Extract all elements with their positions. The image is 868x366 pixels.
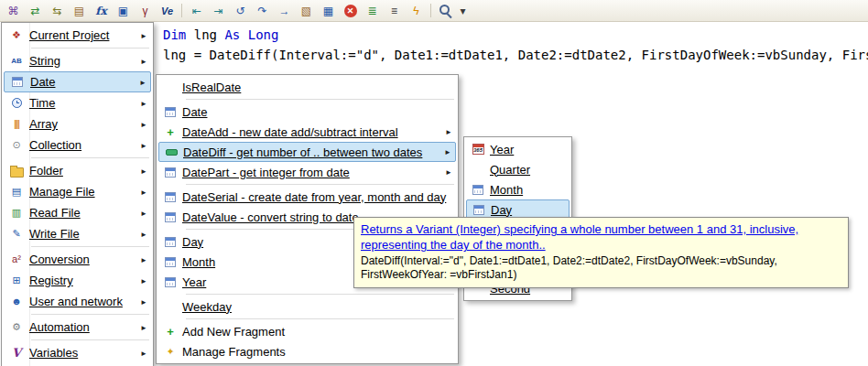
calendar-icon [158,207,182,227]
menu-item-isrealdate[interactable]: IsRealDate [158,77,456,97]
calendar-icon [467,200,491,219]
dropdown-arrow-icon[interactable]: ▾ [457,1,469,20]
menu-item-date[interactable]: Date ► [4,71,151,92]
menu-item-label: User and network [29,295,123,308]
menu-item-label: Date [182,105,207,119]
menu-item-current-project[interactable]: ❖ Current Project ► [4,25,151,46]
menu-item-user-and-network[interactable]: ☻ User and network ► [4,291,151,312]
menu-lines-icon[interactable]: ≡ [384,1,405,20]
menu-item-manage-fragments[interactable]: ✦ Manage Fragments [158,341,456,361]
menu-item-array[interactable]: ||| Array ► [4,113,151,135]
lightning-icon[interactable]: ϟ [406,1,427,20]
menu-item-write-file[interactable]: ✎ Write File ► [4,223,151,244]
tag-start-icon[interactable]: ⇤ [186,1,207,20]
menu-item-label: IsRealDate [182,81,241,94]
menu-separator [31,157,149,158]
menu-item-weekday[interactable]: Weekday [158,296,456,317]
stop-icon[interactable]: ✕ [340,1,361,20]
menu-item-string[interactable]: AB String ► [4,50,151,71]
submenu-arrow-icon: ► [445,128,452,136]
clipboard-icon[interactable]: ▤ [69,1,90,20]
menu-item-label: Manage File [29,185,95,199]
menu-item-label: Folder [29,164,63,178]
menu-separator [186,318,454,319]
menu-item-time[interactable]: Time ► [4,92,151,113]
redo-icon[interactable]: ↷ [252,1,273,20]
menu-item-label: Day [491,203,512,217]
menu-item-interval-year[interactable]: 365 Year [466,139,570,159]
tag-end-icon[interactable]: ⇥ [208,1,229,20]
menu-item-date-insert[interactable]: Date [158,102,456,122]
menu-item-label: Year [182,275,206,289]
context-menu-root: ❖ Current Project ► AB String ► Date ► T… [1,22,154,366]
menu-separator [186,294,454,295]
submenu-arrow-icon: ► [140,230,147,238]
submenu-arrow-icon: ► [139,78,146,86]
menu-item-datediff[interactable]: DateDiff - get number of .. between two … [158,142,456,162]
submenu-arrow-icon: ► [445,168,452,177]
menu-item-label: Conversion [29,253,90,266]
calendar-edit-icon[interactable]: ▦ [318,1,339,20]
menu-item-dateadd[interactable]: + DateAdd - new date add/subtract interv… [158,122,456,142]
fragments-icon: ✦ [158,341,182,361]
code-editor[interactable]: Dim lng As Longlng = DateDiff(Interval:=… [163,25,868,65]
declare-variable-icon[interactable]: Ve [157,1,178,20]
calendar-icon [158,187,182,207]
array-icon: ||| [4,113,29,135]
submenu-arrow-icon: ► [140,209,147,217]
menu-item-label: DateSerial - create date from year, mont… [182,190,446,204]
menu-item-datepart[interactable]: DatePart - get integer from date ► [158,162,456,182]
calendar-icon [158,162,182,182]
app-window: ⌘ ⇄ ⇆ ▤ fx ▣ γ Ve ⇤ ⇥ ↺ ↷ → ▧ ▦ ✕ ≣ ≡ ϟ … [0,0,868,366]
menu-item-read-file[interactable]: ▥ Read File ► [4,202,151,223]
menu-item-folder[interactable]: Folder ► [4,160,151,181]
menu-item-label: Add New Fragment [182,325,285,339]
loop-icon[interactable]: ↺ [230,1,251,20]
submenu-arrow-icon: ► [140,141,147,149]
menu-item-variables[interactable]: V Variables ► [4,342,151,363]
conversion-icon: a² [4,249,29,270]
project-icon: ❖ [4,25,29,46]
calendar-icon [158,252,182,272]
menu-separator [31,339,149,340]
list-icon[interactable]: ≣ [362,1,383,20]
menu-item-conversion[interactable]: a² Conversion ► [4,249,151,270]
menu-separator [31,48,149,48]
tooltip-help-link[interactable]: Returns a Variant (Integer) specifying a… [361,221,841,253]
fragment-icon[interactable]: ▣ [113,1,134,20]
menu-item-manage-file[interactable]: ▤ Manage File ► [4,181,151,202]
insert-right-icon[interactable]: ⇆ [47,1,68,20]
search-icon[interactable] [435,1,456,20]
menu-separator [186,184,454,185]
menu-item-automation[interactable]: ⚙ Automation ► [4,317,151,338]
menu-item-interval-quarter[interactable]: Quarter [466,159,570,179]
menu-item-interval-month[interactable]: Month [466,179,570,199]
submenu-arrow-icon: ► [140,323,147,331]
code-line-1: Dim lng As Long [163,25,868,45]
arrow-right-icon[interactable]: → [274,1,295,20]
menu-item-label: Year [490,143,514,156]
submenu-arrow-icon: ► [140,99,147,107]
menu-separator [31,314,149,315]
calendar-365-icon: 365 [466,139,490,159]
gamma-icon[interactable]: γ [135,1,156,20]
icon-gutter [158,77,182,97]
submenu-arrow-icon: ► [140,255,147,264]
menu-item-collection[interactable]: ⊙ Collection ► [4,135,151,156]
calendar-icon [5,72,30,92]
menu-item-label: DateDiff - get number of .. between two … [183,145,422,159]
folder-icon [4,160,29,181]
user-icon: ☻ [4,291,29,312]
submenu-arrow-icon: ► [140,57,147,65]
menu-item-add-new-fragment[interactable]: + Add New Fragment [158,321,456,341]
code-line-2: lng = DateDiff(Interval:="d", Date1:=dtD… [163,45,868,65]
menu-item-label: Current Project [29,28,109,42]
code-menu-icon[interactable]: ⌘ [3,1,24,20]
insert-left-icon[interactable]: ⇄ [25,1,46,20]
menu-item-registry[interactable]: ⊞ Registry ► [4,270,151,291]
function-builder-icon[interactable]: fx [91,1,112,20]
book-icon[interactable]: ▧ [296,1,317,20]
menu-item-dateserial[interactable]: DateSerial - create date from year, mont… [158,187,456,207]
menu-item-label: Collection [29,138,81,152]
menu-item-label: Month [182,255,215,269]
